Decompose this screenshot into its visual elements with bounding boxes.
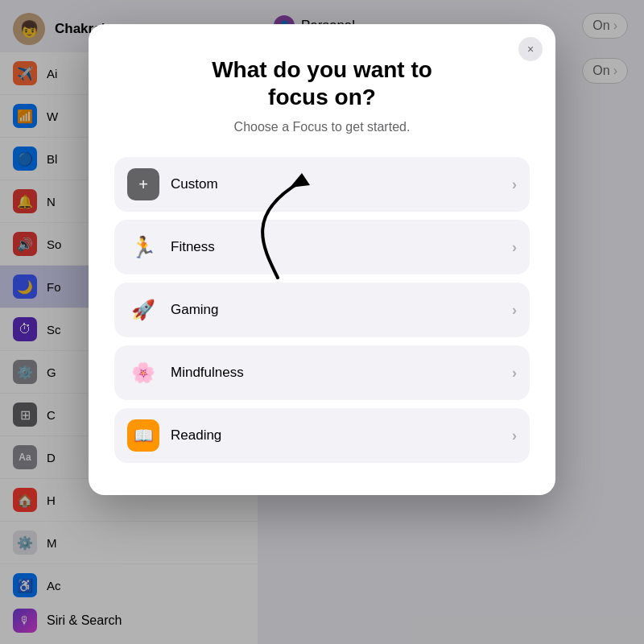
gaming-icon: 🚀 (127, 294, 159, 326)
focus-item-gaming[interactable]: 🚀 Gaming › (114, 283, 530, 337)
modal-title: What do you want tofocus on? (114, 56, 530, 110)
focus-list: + Custom › 🏃 Fitness › 🚀 Gaming › 🌸 Mind… (114, 157, 530, 463)
reading-chevron-icon: › (512, 427, 517, 444)
fitness-chevron-icon: › (512, 239, 517, 256)
fitness-icon: 🏃 (127, 231, 159, 263)
mindfulness-icon: 🌸 (127, 357, 159, 389)
gaming-chevron-icon: › (512, 302, 517, 319)
fitness-label: Fitness (171, 239, 501, 255)
reading-icon: 📖 (127, 419, 159, 452)
custom-chevron-icon: › (512, 176, 517, 193)
modal-subtitle: Choose a Focus to get started. (114, 120, 530, 134)
mindfulness-chevron-icon: › (512, 365, 517, 382)
focus-item-custom[interactable]: + Custom › (114, 157, 530, 212)
modal-overlay: × What do you want tofocus on? Choose a … (0, 0, 644, 644)
focus-item-reading[interactable]: 📖 Reading › (114, 408, 530, 463)
reading-label: Reading (171, 427, 501, 444)
close-button[interactable]: × (518, 37, 543, 61)
focus-item-fitness[interactable]: 🏃 Fitness › (114, 220, 530, 275)
focus-item-mindfulness[interactable]: 🌸 Mindfulness › (114, 345, 530, 400)
gaming-label: Gaming (171, 302, 501, 318)
focus-modal: × What do you want tofocus on? Choose a … (89, 24, 555, 495)
custom-label: Custom (171, 176, 501, 192)
mindfulness-label: Mindfulness (171, 365, 501, 381)
custom-icon: + (127, 168, 159, 200)
